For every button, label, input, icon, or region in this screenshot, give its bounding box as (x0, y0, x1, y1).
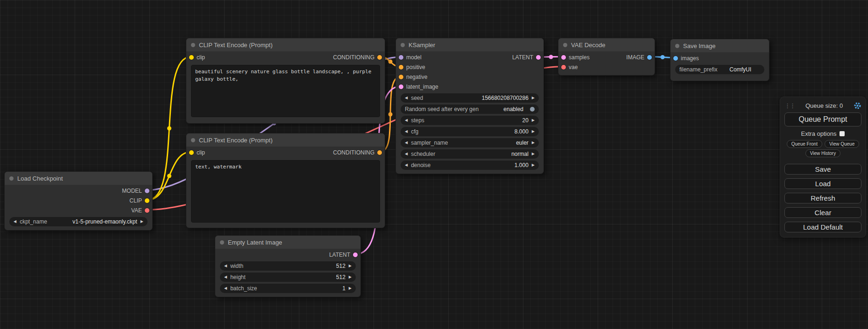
load-default-button[interactable]: Load Default (784, 222, 861, 232)
negative-prompt-textarea[interactable]: text, watermark (191, 160, 380, 223)
link-midpoint-dot[interactable] (661, 55, 665, 59)
increment-arrow-icon[interactable]: ▶ (532, 163, 535, 167)
decrement-arrow-icon[interactable]: ◀ (405, 119, 408, 122)
widget-label: denoise (411, 162, 430, 168)
output-label-conditioning: CONDITIONING (333, 149, 374, 156)
node-vae-decode[interactable]: VAE Decode samples IMAGE vae (558, 38, 655, 76)
node-title-text: CLIP Text Encode (Prompt) (199, 42, 273, 49)
decrement-arrow-icon[interactable]: ◀ (224, 264, 227, 268)
history-button-row: View History (784, 149, 861, 157)
decrement-arrow-icon[interactable]: ◀ (224, 275, 227, 279)
load-button[interactable]: Load (784, 178, 861, 189)
node-clip-text-encode-positive[interactable]: CLIP Text Encode (Prompt) clip CONDITION… (186, 38, 385, 124)
node-ksampler[interactable]: KSampler model LATENT positive (395, 38, 544, 174)
widget-cfg[interactable]: ◀ cfg 8.000 ▶ (401, 127, 539, 136)
decrement-arrow-icon[interactable]: ◀ (405, 152, 408, 156)
queue-panel-header: ⋮⋮ Queue size: 0 (784, 100, 861, 111)
link-midpoint-dot[interactable] (167, 174, 171, 178)
input-port-samples[interactable] (561, 55, 566, 60)
input-port-positive[interactable] (399, 65, 403, 70)
collapse-dot-icon[interactable] (191, 138, 195, 142)
output-port-clip[interactable] (145, 198, 149, 203)
link-midpoint-dot[interactable] (549, 55, 553, 59)
decrement-arrow-icon[interactable]: ◀ (405, 141, 408, 145)
node-header[interactable]: VAE Decode (558, 38, 655, 51)
increment-arrow-icon[interactable]: ▶ (141, 220, 143, 224)
queue-prompt-button[interactable]: Queue Prompt (784, 112, 861, 126)
output-port-model[interactable] (145, 189, 149, 193)
input-label-clip: clip (197, 149, 205, 156)
widget-height[interactable]: ◀ height 512 ▶ (220, 273, 356, 282)
node-load-checkpoint[interactable]: Load Checkpoint MODEL CLIP VAE (4, 171, 153, 231)
input-port-vae[interactable] (561, 65, 566, 70)
node-header[interactable]: Save Image (670, 39, 769, 52)
extra-options-checkbox[interactable] (840, 131, 845, 136)
output-port-latent[interactable] (353, 252, 358, 257)
output-port-conditioning[interactable] (377, 55, 382, 60)
increment-arrow-icon[interactable]: ▶ (349, 264, 352, 268)
decrement-arrow-icon[interactable]: ◀ (405, 130, 408, 133)
widget-random-seed-toggle[interactable]: Random seed after every gen enabled (401, 105, 539, 114)
collapse-dot-icon[interactable] (191, 43, 195, 47)
save-button[interactable]: Save (784, 164, 861, 175)
widget-sampler-name[interactable]: ◀ sampler_name euler ▶ (401, 138, 539, 147)
decrement-arrow-icon[interactable]: ◀ (405, 163, 408, 167)
collapse-dot-icon[interactable] (563, 43, 567, 47)
increment-arrow-icon[interactable]: ▶ (532, 130, 535, 133)
input-port-model[interactable] (399, 55, 403, 60)
node-header[interactable]: Empty Latent Image (215, 236, 360, 249)
drag-handle-icon[interactable]: ⋮⋮ (784, 102, 795, 109)
output-port-image[interactable] (647, 55, 652, 60)
toggle-dot-icon[interactable] (530, 107, 535, 112)
input-port-latent-image[interactable] (399, 84, 403, 89)
input-port-clip[interactable] (189, 150, 194, 155)
settings-gear-icon[interactable] (854, 102, 861, 110)
node-header[interactable]: Load Checkpoint (5, 172, 152, 185)
widget-denoise[interactable]: ◀ denoise 1.000 ▶ (401, 161, 539, 170)
increment-arrow-icon[interactable]: ▶ (349, 287, 352, 290)
node-graph-canvas[interactable]: Load Checkpoint MODEL CLIP VAE (0, 0, 868, 329)
increment-arrow-icon[interactable]: ▶ (532, 96, 535, 100)
collapse-dot-icon[interactable] (675, 44, 679, 48)
input-port-images[interactable] (673, 56, 678, 61)
node-header[interactable]: CLIP Text Encode (Prompt) (186, 38, 385, 51)
collapse-dot-icon[interactable] (220, 240, 224, 245)
widget-scheduler[interactable]: ◀ scheduler normal ▶ (401, 149, 539, 159)
widget-width[interactable]: ◀ width 512 ▶ (220, 261, 356, 271)
refresh-button[interactable]: Refresh (784, 193, 861, 203)
link-midpoint-dot[interactable] (388, 60, 393, 64)
increment-arrow-icon[interactable]: ▶ (532, 152, 535, 156)
input-port-negative[interactable] (399, 75, 403, 79)
positive-prompt-textarea[interactable]: beautiful scenery nature glass bottle la… (191, 65, 380, 117)
output-port-conditioning[interactable] (377, 150, 382, 155)
collapse-dot-icon[interactable] (9, 176, 14, 181)
increment-arrow-icon[interactable]: ▶ (532, 119, 535, 122)
widget-seed[interactable]: ◀ seed 156680208700286 ▶ (401, 93, 539, 103)
queue-front-button[interactable]: Queue Front (787, 140, 822, 148)
view-history-button[interactable]: View History (805, 149, 840, 157)
collapse-dot-icon[interactable] (401, 43, 405, 47)
decrement-arrow-icon[interactable]: ◀ (405, 96, 408, 100)
widget-label: scheduler (411, 151, 435, 157)
node-clip-text-encode-negative[interactable]: CLIP Text Encode (Prompt) clip CONDITION… (186, 133, 385, 228)
decrement-arrow-icon[interactable]: ◀ (224, 287, 227, 290)
link-midpoint-dot[interactable] (388, 112, 393, 117)
output-port-vae[interactable] (145, 208, 149, 213)
decrement-arrow-icon[interactable]: ◀ (14, 220, 16, 224)
node-empty-latent-image[interactable]: Empty Latent Image LATENT ◀ width 512 ▶ … (215, 235, 361, 297)
node-save-image[interactable]: Save Image images filename_prefix ComfyU… (670, 39, 769, 81)
output-port-latent[interactable] (536, 55, 541, 60)
widget-ckpt-name[interactable]: ◀ ckpt_name v1-5-pruned-emaonly.ckpt ▶ (9, 217, 148, 226)
increment-arrow-icon[interactable]: ▶ (532, 141, 535, 145)
link-midpoint-dot[interactable] (167, 126, 171, 131)
clear-button[interactable]: Clear (784, 207, 861, 218)
node-header[interactable]: CLIP Text Encode (Prompt) (186, 133, 385, 147)
input-port-clip[interactable] (189, 55, 194, 60)
widget-filename-prefix[interactable]: filename_prefix ComfyUI (675, 65, 764, 74)
widget-steps[interactable]: ◀ steps 20 ▶ (401, 116, 539, 125)
view-queue-button[interactable]: View Queue (825, 140, 859, 148)
widget-batch-size[interactable]: ◀ batch_size 1 ▶ (220, 284, 356, 293)
increment-arrow-icon[interactable]: ▶ (349, 275, 352, 279)
output-label-model: MODEL (122, 188, 142, 194)
node-header[interactable]: KSampler (396, 38, 543, 51)
